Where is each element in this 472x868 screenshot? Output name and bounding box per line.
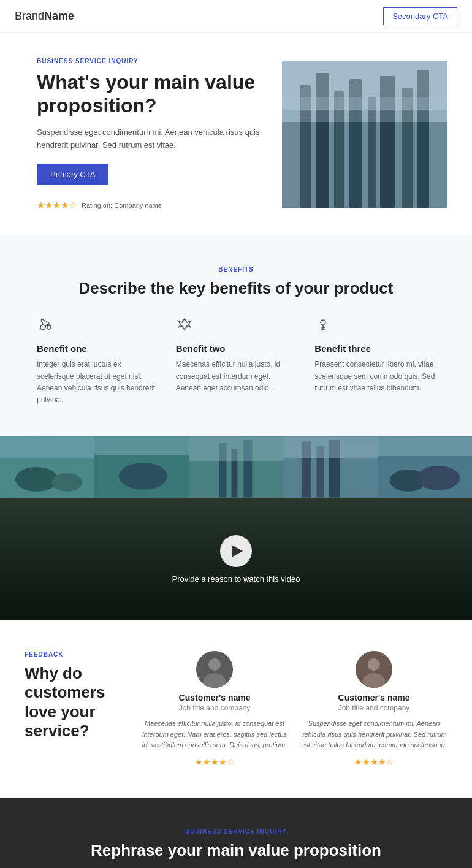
- benefit-icon-2: [176, 316, 297, 337]
- benefit-name-1: Benefit one: [37, 343, 158, 354]
- customer-quote-1: Maecenas efficitur nulla justo, id conse…: [141, 718, 288, 751]
- feedback-card-1: Customer's name Job title and company Ma…: [141, 651, 288, 767]
- gallery-item-3: [189, 436, 283, 498]
- gallery-section: [0, 436, 472, 498]
- svg-point-14: [321, 320, 325, 325]
- benefit-item-1: Benefit one Integer quis erat luctus ex …: [37, 316, 158, 406]
- svg-point-37: [417, 466, 460, 490]
- cta-dark-section: BUSINESS SERVICE INQUIRY Rephrase your m…: [0, 798, 472, 868]
- benefit-desc-1: Integer quis erat luctus ex scelerisque …: [37, 359, 158, 406]
- hero-description: Suspendisse eget condimentum mi. Aenean …: [37, 126, 264, 152]
- gallery-item-2: [94, 436, 189, 498]
- customer-job-2: Job title and company: [300, 704, 447, 712]
- customer-name-2: Customer's name: [300, 693, 447, 702]
- header: BrandName Secondary CTA: [0, 0, 472, 33]
- hero-content: BUSINESS SERVICE INQUIRY What's your mai…: [37, 58, 264, 211]
- svg-point-19: [15, 467, 58, 492]
- svg-point-23: [119, 463, 167, 490]
- svg-point-43: [368, 658, 380, 671]
- benefits-section-label: BENEFITS: [37, 266, 435, 273]
- hero-image: [282, 61, 447, 208]
- customer-quote-2: Suspendisse eget condimentum mi. Aenean …: [300, 718, 447, 751]
- svg-rect-11: [282, 97, 447, 122]
- benefit-icon-3: [314, 316, 435, 337]
- video-section: Provide a reason to watch this video: [0, 498, 472, 620]
- benefits-section: BENEFITS Describe the key benefits of yo…: [0, 235, 472, 436]
- benefit-item-2: Benefit two Maecenas efficitur nulla jus…: [176, 316, 297, 406]
- cta-dark-title: Rephrase your main value proposition: [25, 841, 447, 860]
- svg-point-20: [51, 473, 82, 492]
- benefits-grid: Benefit one Integer quis erat luctus ex …: [37, 316, 435, 406]
- secondary-cta-button[interactable]: Secondary CTA: [383, 7, 457, 25]
- brand-normal: Brand: [15, 10, 44, 22]
- customer-job-1: Job title and company: [141, 704, 288, 712]
- svg-rect-29: [189, 436, 283, 461]
- benefits-title: Describe the key benefits of your produc…: [37, 279, 435, 298]
- svg-rect-38: [378, 436, 472, 456]
- feedback-section: FEEDBACK Why do customers love your serv…: [0, 620, 472, 798]
- svg-point-40: [208, 658, 221, 671]
- video-caption: Provide a reason to watch this video: [172, 574, 300, 584]
- gallery-item-1: [0, 436, 94, 498]
- benefit-icon-1: [37, 316, 158, 337]
- svg-point-12: [40, 325, 45, 330]
- feedback-section-label: FEEDBACK: [25, 651, 123, 658]
- hero-rating-label: Rating on: Company name: [82, 202, 162, 209]
- benefit-item-3: Benefit three Praesent consectetur liber…: [314, 316, 435, 406]
- hero-title: What's your main value proposition?: [37, 70, 264, 118]
- svg-rect-34: [283, 436, 378, 458]
- gallery-item-5: [378, 436, 472, 498]
- gallery-item-4: [283, 436, 378, 498]
- hero-primary-cta-button[interactable]: Primary CTA: [37, 164, 108, 185]
- benefit-desc-2: Maecenas efficitur nulla justo, id conse…: [176, 359, 297, 394]
- customer-avatar-2: [356, 651, 392, 688]
- svg-point-13: [47, 326, 51, 329]
- cta-section-label: BUSINESS SERVICE INQUIRY: [25, 828, 447, 835]
- feedback-cards: Customer's name Job title and company Ma…: [141, 651, 447, 767]
- benefit-name-2: Benefit two: [176, 343, 297, 354]
- feedback-card-2: Customer's name Job title and company Su…: [300, 651, 447, 767]
- svg-rect-24: [94, 436, 189, 455]
- benefit-desc-3: Praesent consectetur libero mi, vitae sc…: [314, 359, 435, 394]
- benefit-name-3: Benefit three: [314, 343, 435, 354]
- feedback-left: FEEDBACK Why do customers love your serv…: [25, 651, 123, 740]
- hero-section: BUSINESS SERVICE INQUIRY What's your mai…: [0, 33, 472, 235]
- play-button[interactable]: [220, 535, 252, 567]
- hero-section-label: BUSINESS SERVICE INQUIRY: [37, 58, 264, 64]
- brand-bold: Name: [44, 10, 74, 22]
- customer-avatar-1: [196, 651, 233, 688]
- customer-stars-2: ★★★★☆: [300, 757, 447, 767]
- feedback-title: Why do customers love your service?: [25, 664, 123, 740]
- customer-name-1: Customer's name: [141, 693, 288, 702]
- brand-logo: BrandName: [15, 10, 74, 23]
- svg-rect-21: [0, 436, 94, 458]
- play-icon: [232, 545, 243, 557]
- hero-rating: ★★★★☆ Rating on: Company name: [37, 200, 264, 211]
- hero-stars: ★★★★☆: [37, 200, 77, 211]
- customer-stars-1: ★★★★☆: [141, 757, 288, 767]
